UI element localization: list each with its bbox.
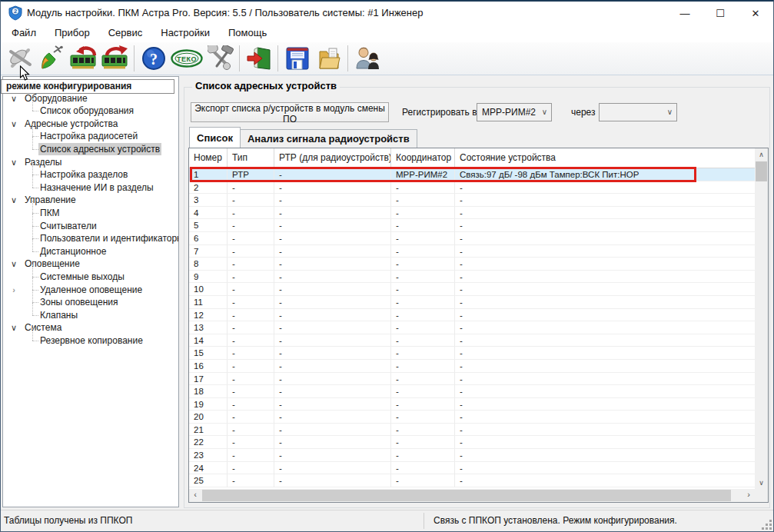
chevron-down-icon[interactable]: ∨	[8, 118, 19, 130]
table-row[interactable]: 23----	[189, 449, 755, 462]
chevron-down-icon[interactable]: ∨	[8, 194, 19, 206]
table-row[interactable]: 2----	[189, 181, 755, 195]
chevron-down-icon[interactable]: ∨	[8, 92, 19, 105]
tree-item-label: Системные выходы	[40, 271, 125, 283]
table-row[interactable]: 6----	[189, 232, 755, 245]
scroll-right-icon[interactable]: ›	[742, 489, 755, 502]
table-row[interactable]: 16----	[189, 360, 755, 373]
tools-button[interactable]	[204, 44, 236, 74]
register-in-select[interactable]: МРР-РИМ#2 ∨	[477, 103, 552, 121]
save-button[interactable]	[281, 44, 313, 74]
table-row[interactable]: 25----	[189, 474, 755, 487]
table-row[interactable]: 18----	[189, 385, 755, 398]
usb-connect-button[interactable]	[36, 44, 68, 74]
table-row[interactable]: 22----	[189, 436, 755, 449]
table-row[interactable]: 20----	[189, 411, 755, 424]
menu-item-5[interactable]: Помощь	[219, 25, 276, 42]
table-cell: 10	[189, 283, 228, 296]
column-header[interactable]: Координатор	[391, 148, 455, 168]
read-device-button[interactable]	[68, 44, 99, 74]
table-cell: 22	[189, 436, 228, 449]
table-row[interactable]: 13----	[189, 321, 755, 334]
table-cell: -	[391, 219, 455, 232]
help-button[interactable]: ?	[138, 44, 169, 74]
tree-item[interactable]: ∨Оповещение	[3, 258, 178, 271]
chevron-down-icon[interactable]: ∨	[8, 321, 19, 334]
tree-item[interactable]: Клапаны	[3, 309, 178, 322]
export-list-button[interactable]: Экспорт списка р/устройств в модуль смен…	[191, 102, 389, 122]
table-row[interactable]: 7----	[189, 245, 755, 258]
tree-item[interactable]: Настройка радиосетей	[3, 130, 178, 143]
tree-item[interactable]: Считыватели	[3, 220, 178, 233]
tree-item[interactable]: Настройка разделов	[3, 168, 178, 181]
tree-item[interactable]: ∨Разделы	[3, 156, 178, 169]
column-header[interactable]: Состояние устройства	[455, 148, 755, 168]
table-cell: -	[228, 232, 274, 245]
table-row[interactable]: 11----	[189, 296, 755, 309]
menu-item-2[interactable]: Прибор	[45, 25, 99, 42]
resize-grip[interactable]	[762, 520, 772, 530]
tree-item[interactable]: Назначение ИИ в разделы	[3, 181, 178, 195]
table-row[interactable]: 10----	[189, 283, 755, 296]
users-button[interactable]	[351, 44, 383, 74]
table-row[interactable]: 14----	[189, 334, 755, 347]
table-row[interactable]: 21----	[189, 424, 755, 437]
table-row[interactable]: 24----	[189, 462, 755, 475]
write-device-icon	[101, 45, 129, 71]
write-device-button[interactable]	[99, 44, 131, 74]
horizontal-scrollbar[interactable]: ‹ ›	[189, 489, 755, 502]
table-row[interactable]: 17----	[189, 373, 755, 386]
table-row[interactable]: 5----	[189, 219, 755, 232]
menu-item-1[interactable]: Файл	[2, 25, 45, 42]
tree-item[interactable]: Пользователи и идентификаторы	[3, 232, 178, 245]
scroll-up-icon[interactable]: ∧	[755, 148, 768, 161]
scroll-down-icon[interactable]: ∨	[755, 477, 768, 489]
tab-signal-analysis[interactable]: Анализ сигнала радиоустройств	[240, 129, 417, 148]
table-row[interactable]: 4----	[189, 207, 755, 220]
table-row[interactable]: 12----	[189, 309, 755, 322]
column-header[interactable]: Номер	[189, 148, 228, 168]
tree-item-label: Дистанционное	[40, 245, 106, 258]
exit-button[interactable]	[243, 44, 274, 74]
table-row[interactable]: 1РТР-МРР-РИМ#2Связь:97 дБ/ -98 дБм Тампе…	[189, 168, 755, 181]
table-row[interactable]: 15----	[189, 347, 755, 360]
vertical-scrollbar[interactable]: ∧ ∨	[755, 148, 768, 489]
table-cell: -	[228, 360, 274, 373]
table-row[interactable]: 3----	[189, 194, 755, 207]
minimize-button[interactable]: —	[667, 2, 703, 25]
tree-item-label: Настройка разделов	[40, 168, 128, 181]
tab-list[interactable]: Список	[189, 127, 241, 148]
tree-item[interactable]: Системные выходы	[3, 271, 178, 284]
column-header[interactable]: РТР (для радиоустройств)	[274, 148, 391, 168]
tree-item[interactable]: ›Удаленное оповещение	[3, 284, 178, 297]
menu-item-4[interactable]: Настройки	[151, 25, 219, 42]
tree-item[interactable]: ПКМ	[3, 207, 178, 220]
chevron-right-icon[interactable]: ›	[8, 284, 19, 296]
table-row[interactable]: 19----	[189, 398, 755, 411]
chevron-down-icon[interactable]: ∨	[8, 258, 19, 270]
open-button[interactable]	[313, 44, 344, 74]
column-header[interactable]: Тип	[228, 148, 274, 168]
horizontal-scroll-thumb[interactable]	[202, 490, 731, 501]
tree-item[interactable]: ∨Управление	[3, 194, 178, 207]
maximize-button[interactable]: ☐	[703, 2, 738, 25]
tree-item[interactable]: ∨Адресные устройства	[3, 118, 178, 131]
tree-item[interactable]: ∨Оборудование	[3, 92, 178, 105]
menu-item-3[interactable]: Сервис	[99, 25, 152, 42]
teko-button[interactable]: ТЕКО	[169, 44, 204, 74]
scroll-left-icon[interactable]: ‹	[189, 489, 201, 502]
vertical-scroll-thumb[interactable]	[756, 161, 767, 181]
tree-item[interactable]: Список адресных устройств	[3, 143, 178, 156]
chevron-down-icon[interactable]: ∨	[8, 156, 19, 168]
tree-item[interactable]: Дистанционное	[3, 245, 178, 258]
close-button[interactable]: ✕	[738, 2, 773, 25]
table-cell: 20	[189, 411, 228, 424]
tree-item[interactable]: Зоны оповещения	[3, 296, 178, 309]
table-row[interactable]: 9----	[189, 271, 755, 284]
table-row[interactable]: 8----	[189, 258, 755, 271]
tree-item[interactable]: ∨Система	[3, 321, 178, 334]
tree-item[interactable]: Резервное копирование	[3, 334, 178, 347]
tree-item[interactable]: Список оборудования	[3, 105, 178, 118]
via-select[interactable]: ∨	[599, 103, 677, 121]
tree-item-label: Зоны оповещения	[40, 296, 118, 308]
